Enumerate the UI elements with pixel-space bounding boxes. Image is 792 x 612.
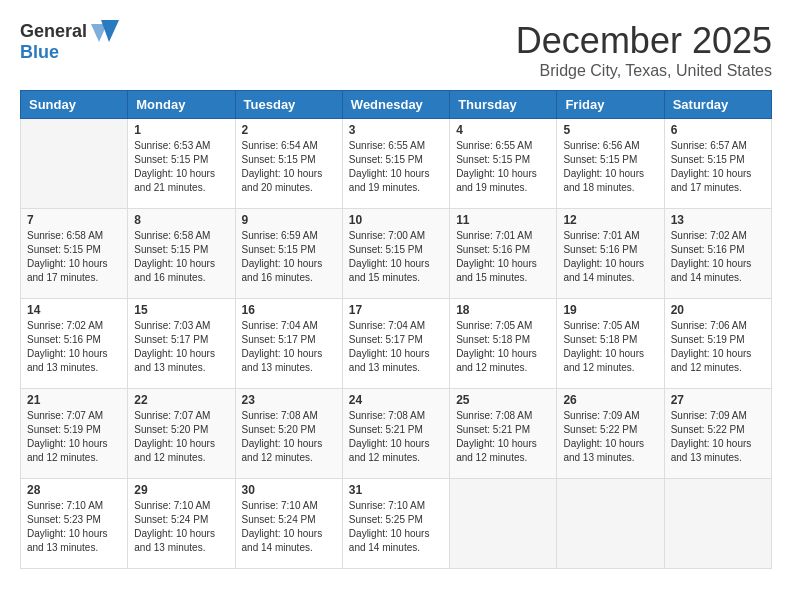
calendar-cell: 10Sunrise: 7:00 AMSunset: 5:15 PMDayligh… bbox=[342, 209, 449, 299]
calendar-cell: 29Sunrise: 7:10 AMSunset: 5:24 PMDayligh… bbox=[128, 479, 235, 569]
day-info: Sunrise: 7:01 AMSunset: 5:16 PMDaylight:… bbox=[456, 229, 550, 285]
calendar-cell: 28Sunrise: 7:10 AMSunset: 5:23 PMDayligh… bbox=[21, 479, 128, 569]
calendar-cell: 15Sunrise: 7:03 AMSunset: 5:17 PMDayligh… bbox=[128, 299, 235, 389]
day-info: Sunrise: 7:10 AMSunset: 5:23 PMDaylight:… bbox=[27, 499, 121, 555]
day-number: 23 bbox=[242, 393, 336, 407]
day-number: 25 bbox=[456, 393, 550, 407]
day-number: 11 bbox=[456, 213, 550, 227]
day-info: Sunrise: 6:56 AMSunset: 5:15 PMDaylight:… bbox=[563, 139, 657, 195]
day-number: 12 bbox=[563, 213, 657, 227]
day-info: Sunrise: 7:07 AMSunset: 5:20 PMDaylight:… bbox=[134, 409, 228, 465]
weekday-header-monday: Monday bbox=[128, 91, 235, 119]
week-row-2: 7Sunrise: 6:58 AMSunset: 5:15 PMDaylight… bbox=[21, 209, 772, 299]
calendar-cell: 16Sunrise: 7:04 AMSunset: 5:17 PMDayligh… bbox=[235, 299, 342, 389]
day-number: 19 bbox=[563, 303, 657, 317]
day-info: Sunrise: 7:04 AMSunset: 5:17 PMDaylight:… bbox=[349, 319, 443, 375]
calendar-cell: 31Sunrise: 7:10 AMSunset: 5:25 PMDayligh… bbox=[342, 479, 449, 569]
weekday-header-wednesday: Wednesday bbox=[342, 91, 449, 119]
day-info: Sunrise: 7:08 AMSunset: 5:21 PMDaylight:… bbox=[349, 409, 443, 465]
weekday-header-saturday: Saturday bbox=[664, 91, 771, 119]
day-number: 21 bbox=[27, 393, 121, 407]
day-info: Sunrise: 7:04 AMSunset: 5:17 PMDaylight:… bbox=[242, 319, 336, 375]
logo-icon bbox=[91, 20, 119, 42]
logo: General Blue bbox=[20, 20, 119, 63]
calendar-cell: 5Sunrise: 6:56 AMSunset: 5:15 PMDaylight… bbox=[557, 119, 664, 209]
calendar-cell: 4Sunrise: 6:55 AMSunset: 5:15 PMDaylight… bbox=[450, 119, 557, 209]
calendar-cell: 13Sunrise: 7:02 AMSunset: 5:16 PMDayligh… bbox=[664, 209, 771, 299]
day-info: Sunrise: 6:58 AMSunset: 5:15 PMDaylight:… bbox=[134, 229, 228, 285]
calendar-cell: 22Sunrise: 7:07 AMSunset: 5:20 PMDayligh… bbox=[128, 389, 235, 479]
svg-marker-1 bbox=[91, 24, 107, 42]
day-number: 4 bbox=[456, 123, 550, 137]
day-info: Sunrise: 7:05 AMSunset: 5:18 PMDaylight:… bbox=[456, 319, 550, 375]
day-number: 1 bbox=[134, 123, 228, 137]
calendar-cell: 11Sunrise: 7:01 AMSunset: 5:16 PMDayligh… bbox=[450, 209, 557, 299]
day-number: 18 bbox=[456, 303, 550, 317]
weekday-header-friday: Friday bbox=[557, 91, 664, 119]
calendar-cell: 18Sunrise: 7:05 AMSunset: 5:18 PMDayligh… bbox=[450, 299, 557, 389]
calendar-cell bbox=[557, 479, 664, 569]
week-row-5: 28Sunrise: 7:10 AMSunset: 5:23 PMDayligh… bbox=[21, 479, 772, 569]
calendar-cell: 12Sunrise: 7:01 AMSunset: 5:16 PMDayligh… bbox=[557, 209, 664, 299]
day-number: 13 bbox=[671, 213, 765, 227]
day-number: 5 bbox=[563, 123, 657, 137]
day-number: 15 bbox=[134, 303, 228, 317]
day-number: 27 bbox=[671, 393, 765, 407]
day-info: Sunrise: 6:55 AMSunset: 5:15 PMDaylight:… bbox=[349, 139, 443, 195]
calendar-cell: 26Sunrise: 7:09 AMSunset: 5:22 PMDayligh… bbox=[557, 389, 664, 479]
logo-blue-text: Blue bbox=[20, 42, 59, 63]
day-info: Sunrise: 6:55 AMSunset: 5:15 PMDaylight:… bbox=[456, 139, 550, 195]
calendar-cell: 8Sunrise: 6:58 AMSunset: 5:15 PMDaylight… bbox=[128, 209, 235, 299]
day-number: 3 bbox=[349, 123, 443, 137]
calendar-cell: 21Sunrise: 7:07 AMSunset: 5:19 PMDayligh… bbox=[21, 389, 128, 479]
calendar-cell: 14Sunrise: 7:02 AMSunset: 5:16 PMDayligh… bbox=[21, 299, 128, 389]
weekday-header-sunday: Sunday bbox=[21, 91, 128, 119]
day-info: Sunrise: 6:57 AMSunset: 5:15 PMDaylight:… bbox=[671, 139, 765, 195]
week-row-3: 14Sunrise: 7:02 AMSunset: 5:16 PMDayligh… bbox=[21, 299, 772, 389]
calendar-cell: 2Sunrise: 6:54 AMSunset: 5:15 PMDaylight… bbox=[235, 119, 342, 209]
calendar-cell: 7Sunrise: 6:58 AMSunset: 5:15 PMDaylight… bbox=[21, 209, 128, 299]
calendar-cell: 20Sunrise: 7:06 AMSunset: 5:19 PMDayligh… bbox=[664, 299, 771, 389]
calendar-cell: 9Sunrise: 6:59 AMSunset: 5:15 PMDaylight… bbox=[235, 209, 342, 299]
month-title: December 2025 bbox=[516, 20, 772, 62]
day-info: Sunrise: 7:05 AMSunset: 5:18 PMDaylight:… bbox=[563, 319, 657, 375]
day-info: Sunrise: 7:08 AMSunset: 5:21 PMDaylight:… bbox=[456, 409, 550, 465]
day-number: 10 bbox=[349, 213, 443, 227]
weekday-header-tuesday: Tuesday bbox=[235, 91, 342, 119]
day-number: 28 bbox=[27, 483, 121, 497]
day-number: 30 bbox=[242, 483, 336, 497]
day-number: 2 bbox=[242, 123, 336, 137]
location-text: Bridge City, Texas, United States bbox=[516, 62, 772, 80]
day-number: 9 bbox=[242, 213, 336, 227]
logo-general-text: General bbox=[20, 21, 87, 42]
week-row-4: 21Sunrise: 7:07 AMSunset: 5:19 PMDayligh… bbox=[21, 389, 772, 479]
calendar-cell: 1Sunrise: 6:53 AMSunset: 5:15 PMDaylight… bbox=[128, 119, 235, 209]
day-info: Sunrise: 7:03 AMSunset: 5:17 PMDaylight:… bbox=[134, 319, 228, 375]
calendar-cell bbox=[664, 479, 771, 569]
day-number: 16 bbox=[242, 303, 336, 317]
calendar-table: SundayMondayTuesdayWednesdayThursdayFrid… bbox=[20, 90, 772, 569]
calendar-cell: 30Sunrise: 7:10 AMSunset: 5:24 PMDayligh… bbox=[235, 479, 342, 569]
day-info: Sunrise: 7:07 AMSunset: 5:19 PMDaylight:… bbox=[27, 409, 121, 465]
weekday-header-row: SundayMondayTuesdayWednesdayThursdayFrid… bbox=[21, 91, 772, 119]
day-number: 6 bbox=[671, 123, 765, 137]
week-row-1: 1Sunrise: 6:53 AMSunset: 5:15 PMDaylight… bbox=[21, 119, 772, 209]
day-number: 20 bbox=[671, 303, 765, 317]
day-info: Sunrise: 7:10 AMSunset: 5:24 PMDaylight:… bbox=[134, 499, 228, 555]
title-section: December 2025 Bridge City, Texas, United… bbox=[516, 20, 772, 80]
day-info: Sunrise: 7:06 AMSunset: 5:19 PMDaylight:… bbox=[671, 319, 765, 375]
day-number: 22 bbox=[134, 393, 228, 407]
day-info: Sunrise: 7:08 AMSunset: 5:20 PMDaylight:… bbox=[242, 409, 336, 465]
calendar-cell: 6Sunrise: 6:57 AMSunset: 5:15 PMDaylight… bbox=[664, 119, 771, 209]
day-number: 29 bbox=[134, 483, 228, 497]
day-info: Sunrise: 7:09 AMSunset: 5:22 PMDaylight:… bbox=[563, 409, 657, 465]
day-number: 24 bbox=[349, 393, 443, 407]
day-number: 26 bbox=[563, 393, 657, 407]
day-info: Sunrise: 7:01 AMSunset: 5:16 PMDaylight:… bbox=[563, 229, 657, 285]
day-number: 7 bbox=[27, 213, 121, 227]
day-info: Sunrise: 7:10 AMSunset: 5:25 PMDaylight:… bbox=[349, 499, 443, 555]
day-info: Sunrise: 7:00 AMSunset: 5:15 PMDaylight:… bbox=[349, 229, 443, 285]
day-info: Sunrise: 6:58 AMSunset: 5:15 PMDaylight:… bbox=[27, 229, 121, 285]
day-info: Sunrise: 7:02 AMSunset: 5:16 PMDaylight:… bbox=[671, 229, 765, 285]
calendar-cell: 25Sunrise: 7:08 AMSunset: 5:21 PMDayligh… bbox=[450, 389, 557, 479]
